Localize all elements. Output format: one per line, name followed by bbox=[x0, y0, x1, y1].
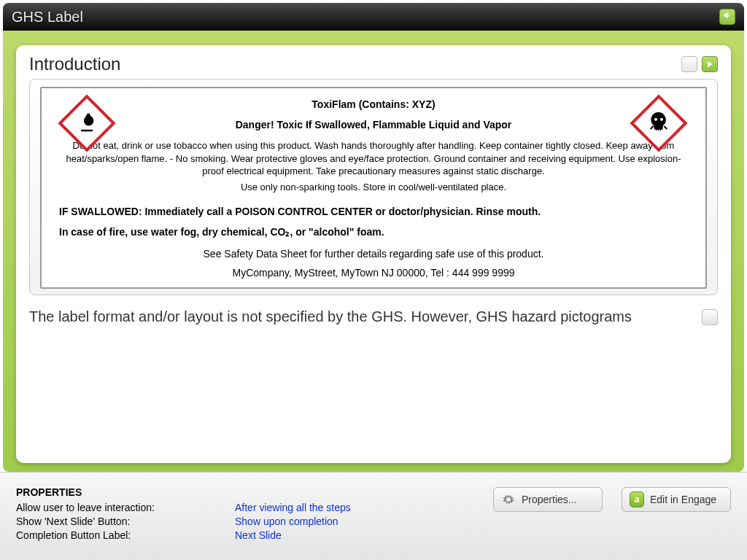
slide-header: Introduction bbox=[29, 54, 718, 74]
properties-row-1: Show 'Next Slide' Button: Show upon comp… bbox=[16, 515, 454, 529]
properties-panel: PROPERTIES Allow user to leave interacti… bbox=[16, 486, 454, 542]
properties-row-0: Allow user to leave interaction: After v… bbox=[16, 501, 454, 515]
audio-button[interactable] bbox=[719, 9, 735, 25]
slide-title: Introduction bbox=[29, 54, 120, 74]
properties-heading: PROPERTIES bbox=[16, 486, 454, 499]
label-company-info: MyCompany, MyStreet, MyTown NJ 00000, Te… bbox=[59, 267, 688, 279]
pictogram-toxic bbox=[631, 96, 688, 152]
caption-expand-button[interactable] bbox=[702, 309, 718, 325]
label-first-aid: IF SWALLOWED: Immediately call a POISON … bbox=[59, 205, 688, 219]
caption-text: The label format and/or layout is not sp… bbox=[29, 308, 696, 325]
slide-card: Introduction bbox=[16, 45, 731, 463]
window-titlebar: GHS Label bbox=[3, 3, 744, 31]
properties-button[interactable]: Properties... bbox=[493, 487, 603, 512]
label-panel: ToxiFlam (Contains: XYZ) Danger! Toxic I… bbox=[29, 79, 718, 295]
properties-label: Completion Button Label: bbox=[16, 529, 235, 542]
properties-value-link[interactable]: Next Slide bbox=[235, 529, 282, 542]
speaker-icon bbox=[722, 10, 732, 23]
window-title: GHS Label bbox=[12, 9, 83, 26]
skull-icon bbox=[647, 123, 670, 136]
ghs-label: ToxiFlam (Contains: XYZ) Danger! Toxic I… bbox=[40, 87, 707, 289]
content-frame: Introduction bbox=[3, 31, 744, 472]
properties-label: Show 'Next Slide' Button: bbox=[16, 515, 235, 529]
edit-in-engage-button[interactable]: a Edit in Engage bbox=[622, 487, 731, 512]
properties-buttons: Properties... a Edit in Engage bbox=[461, 486, 731, 512]
next-button[interactable] bbox=[702, 56, 718, 72]
properties-bar: PROPERTIES Allow user to leave interacti… bbox=[0, 472, 747, 560]
properties-value-link[interactable]: Show upon completion bbox=[235, 515, 338, 529]
properties-row-2: Completion Button Label: Next Slide bbox=[16, 529, 454, 542]
gear-icon bbox=[501, 492, 516, 507]
properties-label: Allow user to leave interaction: bbox=[16, 501, 235, 515]
label-fire-response: In case of fire, use water fog, dry chem… bbox=[59, 226, 688, 238]
flame-icon bbox=[75, 123, 98, 136]
pictogram-row bbox=[59, 96, 688, 152]
edit-in-engage-label: Edit in Engage bbox=[650, 494, 716, 505]
caption-row: The label format and/or layout is not sp… bbox=[29, 308, 718, 325]
prev-button[interactable] bbox=[681, 56, 697, 72]
label-precaution-secondary: Use only non-sparking tools. Store in co… bbox=[59, 181, 688, 194]
pictogram-flammable bbox=[59, 96, 116, 152]
slide-nav bbox=[681, 56, 718, 72]
engage-icon: a bbox=[630, 492, 644, 507]
properties-value-link[interactable]: After viewing all the steps bbox=[235, 501, 351, 515]
properties-button-label: Properties... bbox=[522, 494, 576, 505]
label-sds-note: See Safety Data Sheet for further detail… bbox=[59, 248, 688, 260]
play-icon bbox=[706, 58, 713, 71]
